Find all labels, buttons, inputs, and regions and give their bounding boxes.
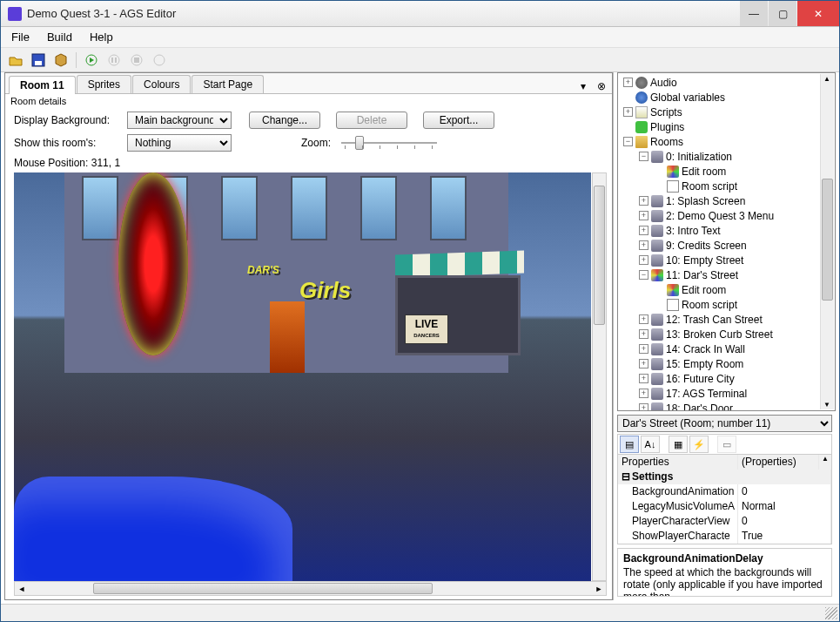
expand-icon[interactable] — [639, 389, 648, 398]
expand-icon[interactable] — [639, 240, 648, 250]
expand-icon[interactable] — [639, 359, 648, 368]
tab-sprites[interactable]: Sprites — [77, 75, 131, 93]
tree-node[interactable]: 13: Broken Curb Street — [620, 327, 833, 341]
tree-node[interactable]: Plugins — [620, 119, 833, 134]
prop-pages-icon[interactable]: ▦ — [669, 436, 688, 453]
tree-label: 18: Dar's Door — [666, 402, 733, 412]
tree-node[interactable]: Global variables — [620, 90, 833, 105]
tab-startpage[interactable]: Start Page — [192, 75, 264, 93]
property-object-select[interactable]: Dar's Street (Room; number 11) — [617, 415, 832, 432]
change-button[interactable]: Change... — [249, 112, 320, 129]
run-icon[interactable] — [84, 52, 99, 68]
tree-label: 12: Trash Can Street — [666, 314, 763, 326]
tree-node[interactable]: Room script — [620, 297, 833, 312]
property-row[interactable]: PlayerCharacterView0 — [618, 514, 831, 529]
export-button[interactable]: Export... — [423, 112, 494, 129]
expand-icon[interactable] — [639, 211, 648, 220]
property-grid[interactable]: Properties(Properties)▲ ⊟Settings Backgr… — [617, 455, 832, 544]
viewport-vscroll[interactable] — [592, 172, 607, 581]
tree-node[interactable]: 10: Empty Street — [620, 253, 833, 267]
select-display-bg[interactable]: Main background — [127, 112, 232, 129]
collapse-icon[interactable] — [639, 270, 648, 280]
stop-icon[interactable] — [129, 52, 144, 68]
select-show-rooms[interactable]: Nothing — [127, 134, 232, 152]
tree-node[interactable]: 2: Demo Quest 3 Menu — [620, 208, 833, 223]
open-icon[interactable] — [8, 52, 24, 68]
menu-file[interactable]: File — [11, 30, 30, 44]
scroll-left-icon[interactable]: ◄ — [15, 582, 29, 595]
globe-icon — [635, 91, 648, 104]
zoom-slider[interactable] — [341, 135, 437, 151]
tree-node[interactable]: Edit room — [620, 164, 833, 179]
menu-build[interactable]: Build — [47, 30, 72, 44]
tree-label: Global variables — [650, 91, 725, 104]
expand-icon[interactable] — [639, 374, 648, 383]
tree-node[interactable]: Scripts — [620, 105, 833, 119]
folder-icon — [635, 136, 648, 148]
expand-icon[interactable] — [623, 107, 633, 117]
resize-grip[interactable] — [825, 607, 837, 619]
close-button[interactable]: ✕ — [797, 1, 839, 26]
titlebar[interactable]: Demo Quest 3-1 - AGS Editor — ▢ ✕ — [1, 1, 839, 27]
collapse-icon[interactable] — [623, 137, 633, 146]
prop-categorized-icon[interactable]: ▤ — [620, 436, 639, 453]
prop-pane-icon[interactable]: ▭ — [717, 436, 736, 453]
tab-close-icon[interactable]: ⊗ — [595, 79, 608, 93]
expand-icon[interactable] — [639, 344, 648, 354]
tab-colours[interactable]: Colours — [132, 75, 191, 93]
no-expand — [655, 166, 664, 176]
step-icon[interactable] — [151, 52, 167, 68]
tree-node[interactable]: 0: Initialization — [620, 149, 833, 164]
prop-value[interactable]: True — [738, 529, 831, 544]
tree-scrollbar[interactable]: ▲▼ — [820, 74, 834, 409]
minimize-button[interactable]: — — [740, 1, 768, 26]
prop-alpha-icon[interactable]: A↓ — [641, 436, 660, 453]
tab-menu-icon[interactable]: ▾ — [576, 79, 590, 93]
expand-icon[interactable] — [639, 255, 648, 265]
property-row[interactable]: ShowPlayerCharacteTrue — [618, 529, 831, 544]
package-icon[interactable] — [53, 52, 69, 68]
tree-node[interactable]: Audio — [620, 75, 833, 90]
toolbar — [1, 48, 839, 72]
tree-node[interactable]: 1: Splash Screen — [620, 193, 833, 208]
save-icon[interactable] — [30, 52, 46, 68]
project-tree[interactable]: AudioGlobal variablesScriptsPluginsRooms… — [617, 72, 836, 411]
menu-help[interactable]: Help — [90, 30, 113, 44]
property-row[interactable]: LegacyMusicVolumeANormal — [618, 499, 831, 514]
tree-node[interactable]: 15: Empty Room — [620, 356, 833, 371]
prop-events-icon[interactable]: ⚡ — [689, 436, 709, 453]
room-viewport[interactable]: DAR'S Girls LIVEDANCERS — [14, 172, 607, 581]
expand-icon[interactable] — [639, 314, 648, 324]
prop-value[interactable]: 0 — [738, 514, 831, 529]
tree-node[interactable]: 14: Crack In Wall — [620, 341, 833, 356]
tab-room[interactable]: Room 11 — [9, 76, 76, 94]
tree-node[interactable]: Edit room — [620, 282, 833, 297]
expand-icon[interactable] — [639, 196, 648, 206]
expand-icon[interactable] — [623, 78, 633, 87]
scene-neon — [118, 172, 188, 355]
tree-node[interactable]: 18: Dar's Door — [620, 401, 833, 411]
collapse-icon[interactable] — [639, 152, 648, 161]
maximize-button[interactable]: ▢ — [769, 1, 796, 26]
tree-node[interactable]: 9: Credits Screen — [620, 238, 833, 253]
tree-node[interactable]: 12: Trash Can Street — [620, 312, 833, 327]
tree-node[interactable]: Rooms — [620, 134, 833, 149]
tree-node[interactable]: Room script — [620, 179, 833, 193]
pause-icon[interactable] — [106, 52, 122, 68]
tree-node[interactable]: 3: Intro Text — [620, 223, 833, 238]
property-row[interactable]: BackgroundAnimation0 — [618, 484, 831, 499]
tree-node[interactable]: 16: Future City — [620, 371, 833, 386]
prop-value[interactable]: Normal — [738, 499, 831, 514]
tree-node[interactable]: 17: AGS Terminal — [620, 386, 833, 401]
prop-value[interactable]: 0 — [738, 484, 831, 499]
expand-icon[interactable] — [639, 329, 648, 339]
viewport-hscroll[interactable]: ◄ ► — [14, 581, 607, 596]
tree-label: Room script — [682, 180, 737, 193]
expand-icon[interactable] — [639, 226, 648, 235]
room-icon — [651, 373, 663, 385]
tree-label: Edit room — [682, 284, 726, 296]
label-zoom: Zoom: — [301, 137, 331, 149]
scroll-right-icon[interactable]: ► — [592, 582, 606, 595]
expand-icon[interactable] — [639, 403, 648, 411]
tree-node[interactable]: 11: Dar's Street — [620, 267, 833, 282]
